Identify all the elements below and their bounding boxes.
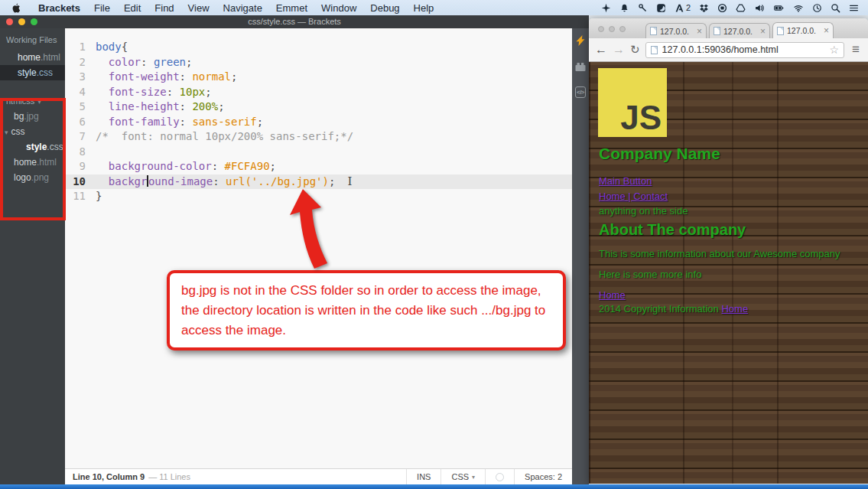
- notification-center-icon[interactable]: [849, 3, 859, 13]
- working-file-style-css[interactable]: style.css: [0, 65, 65, 80]
- menu-help[interactable]: Help: [407, 2, 441, 14]
- line-count: — 11 Lines: [148, 472, 190, 481]
- record-icon[interactable]: [717, 3, 727, 13]
- line-number: 7: [65, 129, 96, 145]
- zoom-window-button[interactable]: [619, 26, 626, 32]
- close-window-button[interactable]: [6, 18, 13, 25]
- minimize-window-button[interactable]: [609, 26, 615, 32]
- tree-item-home-html[interactable]: home.html: [0, 155, 65, 170]
- extension-manager-icon[interactable]: [574, 61, 587, 75]
- chrome-toolbar: ← → ↻ 127.0.0.1:59036/home.html ☆ ≡: [589, 38, 868, 62]
- home-contact-links[interactable]: Home | Contact: [599, 191, 668, 202]
- tab-close-icon[interactable]: ×: [697, 26, 702, 37]
- code-line-6[interactable]: 6 font-family: sans-serif;: [65, 115, 572, 130]
- code-line-3[interactable]: 3 font-weight: normal;: [65, 70, 572, 85]
- company-name-heading: Company Name: [599, 145, 720, 163]
- brackets-sidebar: Working Files home.htmlstyle.css htmlcss…: [0, 28, 65, 484]
- volume-icon[interactable]: [754, 3, 765, 13]
- close-window-button[interactable]: [598, 26, 604, 32]
- line-number: 2: [65, 55, 96, 70]
- bookmark-star-icon[interactable]: ☆: [830, 44, 840, 56]
- tree-item-css[interactable]: ▾css: [0, 124, 65, 139]
- page-icon: [650, 27, 657, 35]
- main-button-link[interactable]: Main Button: [599, 175, 652, 187]
- brackets-titlebar[interactable]: css/style.css — Brackets: [0, 15, 589, 28]
- project-root-dropdown[interactable]: htmlcss▾: [0, 93, 65, 109]
- back-button[interactable]: ←: [595, 43, 607, 57]
- working-file-home-html[interactable]: home.html: [0, 50, 65, 65]
- menu-view[interactable]: View: [181, 2, 216, 14]
- chrome-menu-icon[interactable]: ≡: [850, 42, 862, 57]
- wifi-icon[interactable]: [793, 3, 804, 13]
- side-note-text: anything on the side: [599, 205, 688, 217]
- sparkle-icon[interactable]: [601, 3, 611, 13]
- code-line-2[interactable]: 2 color: green;: [65, 55, 572, 70]
- screen: BracketsFileEditFindViewNavigateEmmetWin…: [0, 0, 868, 489]
- code-overview-icon[interactable]: </>: [575, 86, 586, 98]
- notifications-bell-icon[interactable]: [619, 3, 629, 13]
- code-line-1[interactable]: 1body{: [65, 40, 572, 55]
- indent-setting[interactable]: Spaces: 2: [514, 469, 572, 484]
- minimize-window-button[interactable]: [18, 18, 25, 25]
- home-link[interactable]: Home: [599, 289, 626, 301]
- code-line-8[interactable]: 8: [65, 145, 572, 160]
- flux-clock-icon[interactable]: [812, 3, 822, 13]
- cursor-position: Line 10, Column 9: [73, 472, 145, 481]
- menu-find[interactable]: Find: [148, 2, 180, 14]
- menu-navigate[interactable]: Navigate: [216, 2, 269, 14]
- tree-item-style-css[interactable]: style.css: [0, 139, 65, 155]
- tab-close-icon[interactable]: ×: [824, 25, 829, 36]
- menu-file[interactable]: File: [87, 2, 117, 14]
- chrome-window-controls: [598, 26, 626, 32]
- code-line-9[interactable]: 9 background-color: #FCFA90;: [65, 159, 572, 174]
- tree-item-logo-png[interactable]: logo.png: [0, 170, 65, 185]
- chrome-window: 127.0.0.×127.0.0.×127.0.0.× ← → ↻ 127.0.…: [589, 18, 868, 484]
- folder-open-caret-icon: ▾: [5, 129, 8, 136]
- window-title: css/style.css — Brackets: [248, 17, 341, 26]
- working-files-header: Working Files: [0, 28, 65, 50]
- browser-tab-2[interactable]: 127.0.0.×: [709, 23, 770, 38]
- address-bar[interactable]: 127.0.0.1:59036/home.html ☆: [645, 42, 845, 58]
- line-number: 8: [65, 145, 96, 160]
- spotlight-search-icon[interactable]: [831, 3, 840, 13]
- tag-icon[interactable]: [638, 3, 648, 13]
- about-heading: About The company: [599, 221, 746, 239]
- video-progress-bar[interactable]: [0, 484, 868, 489]
- menu-debug[interactable]: Debug: [363, 2, 406, 14]
- line-number: 5: [65, 99, 96, 115]
- zoom-window-button[interactable]: [31, 18, 37, 25]
- browser-tab-3[interactable]: 127.0.0.×: [772, 22, 834, 38]
- url-text[interactable]: 127.0.0.1:59036/home.html: [662, 44, 779, 55]
- google-drive-icon[interactable]: [736, 3, 746, 13]
- editor-statusbar: Line 10, Column 9 — 11 Lines INS CSS▾ Sp…: [65, 468, 572, 484]
- battery-icon[interactable]: [773, 3, 785, 13]
- menu-brackets[interactable]: Brackets: [31, 2, 87, 14]
- page-icon: [714, 27, 720, 35]
- dropbox-icon[interactable]: [699, 3, 709, 13]
- code-line-4[interactable]: 4 font-size: 10px;: [65, 85, 572, 100]
- moon-app-icon[interactable]: [656, 3, 666, 13]
- line-number: 11: [65, 189, 96, 204]
- copyright-text: 2014 Copyright Information Home: [599, 303, 748, 315]
- apple-menu-icon[interactable]: [0, 2, 31, 14]
- tab-close-icon[interactable]: ×: [760, 26, 766, 37]
- menu-edit[interactable]: Edit: [117, 2, 148, 14]
- lint-status-indicator[interactable]: [485, 469, 514, 484]
- chrome-tab-strip: 127.0.0.×127.0.0.×127.0.0.×: [589, 18, 868, 38]
- line-number: 1: [65, 40, 96, 55]
- mouse-ibeam-cursor: I: [347, 174, 352, 188]
- code-line-5[interactable]: 5 line-height: 200%;: [65, 99, 572, 115]
- copyright-home-link[interactable]: Home: [721, 303, 748, 315]
- adobe-cc-icon[interactable]: 2: [675, 3, 691, 13]
- reload-button[interactable]: ↻: [630, 43, 640, 57]
- forward-button[interactable]: →: [613, 43, 625, 57]
- tree-item-bg-jpg[interactable]: bg.jpg: [0, 109, 65, 124]
- language-selector[interactable]: CSS▾: [441, 469, 485, 484]
- menu-window[interactable]: Window: [314, 2, 363, 14]
- tab-label: 127.0.0.: [787, 26, 821, 35]
- browser-tab-1[interactable]: 127.0.0.×: [645, 23, 707, 38]
- code-line-7[interactable]: 7/* font: normal 10px/200% sans-serif;*/: [65, 129, 572, 145]
- menu-emmet[interactable]: Emmet: [269, 2, 314, 14]
- live-preview-icon[interactable]: [574, 34, 587, 50]
- insert-mode-indicator[interactable]: INS: [406, 469, 441, 484]
